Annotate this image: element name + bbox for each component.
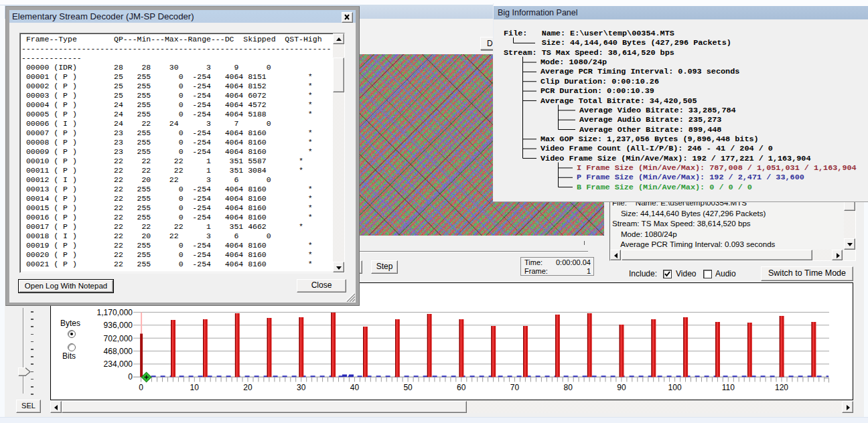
svg-text:90: 90 [617,383,626,392]
svg-text:80: 80 [564,383,573,392]
svg-text:70: 70 [510,383,520,392]
svg-text:100: 100 [668,383,682,392]
svg-text:30: 30 [297,383,306,392]
svg-text:110: 110 [722,383,735,392]
svg-text:40: 40 [350,383,360,392]
svg-text:60: 60 [457,383,466,392]
svg-text:50: 50 [403,383,413,392]
svg-text:120: 120 [775,383,788,392]
svg-text:10: 10 [190,383,200,392]
svg-text:20: 20 [243,383,252,392]
svg-text:0: 0 [139,383,143,392]
